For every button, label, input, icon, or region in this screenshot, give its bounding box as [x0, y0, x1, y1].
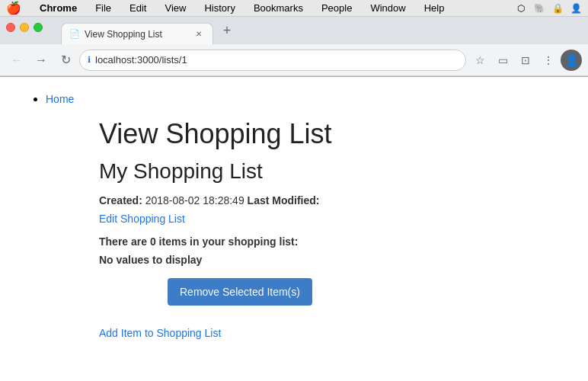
extensions-button[interactable]: ⊡: [515, 50, 536, 71]
tab-close-button[interactable]: ✕: [193, 28, 205, 40]
items-count: There are 0 items in your shopping list:: [99, 235, 558, 248]
remove-selected-button[interactable]: Remove Selected Item(s): [168, 278, 312, 306]
no-values-text: No values to display: [99, 254, 558, 266]
menu-bookmarks[interactable]: Bookmarks: [251, 2, 306, 14]
tab-bar-wrapper: 📄 View Shopping List ✕ +: [0, 17, 588, 44]
menu-edit[interactable]: Edit: [126, 2, 149, 14]
toolbar-right: ☆ ▭ ⊡ ⋮ 👤: [469, 50, 582, 71]
toolbar: ← → ↻ ℹ localhost:3000/lists/1 ☆ ▭ ⊡ ⋮ 👤: [0, 44, 588, 76]
tab-favicon-icon: 📄: [69, 29, 80, 40]
modified-label: Last Modified:: [248, 194, 320, 207]
address-bar[interactable]: ℹ localhost:3000/lists/1: [79, 50, 466, 71]
window-minimize[interactable]: [20, 23, 29, 32]
cast-button[interactable]: ▭: [492, 50, 513, 71]
bookmark-button[interactable]: ☆: [469, 50, 491, 71]
dropbox-icon: ⬡: [515, 2, 527, 14]
window-close[interactable]: [6, 23, 15, 32]
home-link[interactable]: Home: [46, 93, 74, 105]
created-label: Created:: [99, 194, 142, 207]
meta-info: Created: 2018-08-02 18:28:49 Last Modifi…: [99, 194, 558, 207]
apple-menu[interactable]: 🍎: [6, 1, 21, 15]
page-title: View Shopping List: [99, 118, 558, 150]
created-value: 2018-08-02 18:28:49: [145, 194, 244, 207]
menu-history[interactable]: History: [201, 2, 238, 14]
profile-button[interactable]: 👤: [561, 50, 582, 71]
menu-bar: 🍎 Chrome File Edit View History Bookmark…: [0, 0, 588, 17]
list-name: My Shopping List: [99, 159, 558, 184]
menu-help[interactable]: Help: [421, 2, 448, 14]
address-url: localhost:3000/lists/1: [95, 54, 458, 66]
tab-title: View Shopping List: [85, 29, 188, 40]
edit-shopping-link[interactable]: Edit Shopping List: [99, 213, 558, 225]
tab-bar: 📄 View Shopping List ✕ +: [0, 17, 588, 44]
breadcrumb: Home: [30, 92, 558, 106]
browser-window: 📄 View Shopping List ✕ + ← → ↻ ℹ localho…: [0, 17, 588, 77]
menu-file[interactable]: File: [92, 2, 114, 14]
lock-icon: 🔒: [551, 2, 564, 14]
menu-view[interactable]: View: [161, 2, 189, 14]
back-button[interactable]: ←: [6, 50, 27, 71]
user-icon: 👤: [570, 2, 582, 14]
menu-chrome[interactable]: Chrome: [37, 2, 80, 14]
forward-button[interactable]: →: [30, 50, 52, 71]
new-tab-button[interactable]: +: [216, 20, 238, 41]
menu-people[interactable]: People: [318, 2, 355, 14]
page-content: Home View Shopping List My Shopping List…: [0, 77, 588, 381]
reload-button[interactable]: ↻: [55, 50, 76, 71]
window-maximize[interactable]: [34, 23, 43, 32]
add-item-link[interactable]: Add Item to Shopping List: [99, 327, 558, 339]
menu-window[interactable]: Window: [367, 2, 408, 14]
lock-icon: ℹ: [88, 55, 91, 65]
active-tab[interactable]: 📄 View Shopping List ✕: [61, 23, 213, 44]
settings-button[interactable]: ⋮: [538, 50, 559, 71]
menubar-right-icons: ⬡ 🐘 🔒 👤: [515, 2, 582, 14]
evernote-icon: 🐘: [533, 2, 545, 14]
